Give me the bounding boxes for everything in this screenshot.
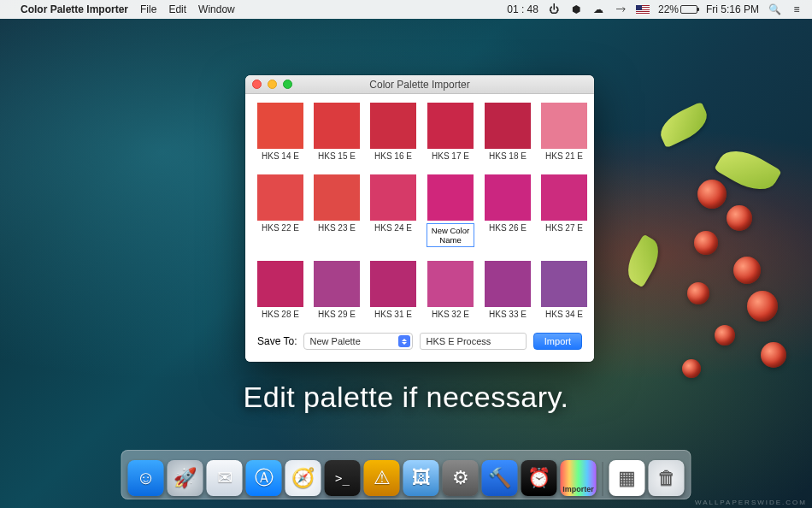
swatch-label: HKS 24 E	[374, 223, 412, 233]
dock-preview[interactable]: 🖼	[403, 460, 439, 496]
swatch-hks-23-e[interactable]: HKS 23 E	[314, 174, 360, 247]
swatch-hks-34-e[interactable]: HKS 34 E	[541, 261, 587, 319]
menu-window[interactable]: Window	[198, 3, 235, 15]
wallpaper-berries	[573, 103, 812, 411]
swatch-color[interactable]	[541, 103, 587, 149]
swatch-color[interactable]	[541, 174, 587, 221]
clock-text[interactable]: Fri 5:16 PM	[706, 3, 759, 15]
swatch-color[interactable]	[257, 103, 303, 149]
swatch-hks-25-e[interactable]: New Color Name	[427, 174, 474, 247]
dock-automator[interactable]: ⚙	[443, 460, 479, 496]
swatch-hks-32-e[interactable]: HKS 32 E	[427, 261, 474, 319]
swatch-label: HKS 29 E	[318, 310, 356, 319]
swatch-label: HKS 15 E	[318, 151, 356, 161]
dock-launchpad[interactable]: 🚀	[168, 460, 203, 496]
swatch-label: HKS 21 E	[545, 151, 583, 161]
save-to-value: New Palette	[309, 336, 360, 346]
swatch-hks-26-e[interactable]: HKS 26 E	[485, 174, 531, 247]
menubar: Color Palette Importer File Edit Window …	[0, 0, 812, 19]
swatch-color[interactable]	[541, 261, 587, 307]
swatch-label: HKS 26 E	[489, 223, 527, 233]
dock-appstore[interactable]: Ⓐ	[246, 460, 282, 496]
sync-icon[interactable]: ☁	[591, 3, 605, 16]
swatch-color[interactable]	[314, 174, 360, 221]
swatch-label: HKS 14 E	[262, 151, 299, 161]
swatch-hks-29-e[interactable]: HKS 29 E	[314, 261, 360, 319]
dropbox-icon[interactable]: ⬢	[569, 3, 583, 16]
swatch-color[interactable]	[370, 103, 416, 149]
swatch-color[interactable]	[314, 261, 360, 307]
desktop: Color Palette Importer File Edit Window …	[0, 0, 812, 508]
swatch-grid: HKS 14 EHKS 15 EHKS 16 EHKS 17 EHKS 18 E…	[245, 94, 594, 324]
swatch-color[interactable]	[370, 174, 416, 221]
swatch-color[interactable]	[427, 103, 474, 149]
battery-pct: 22%	[658, 3, 679, 15]
dock-console[interactable]: ⚠	[364, 460, 400, 496]
menu-edit[interactable]: Edit	[168, 3, 186, 15]
swatch-hks-28-e[interactable]: HKS 28 E	[257, 261, 303, 319]
spotlight-icon[interactable]: 🔍	[768, 3, 781, 16]
app-name[interactable]: Color Palette Importer	[21, 3, 128, 15]
swatch-color[interactable]	[257, 261, 303, 307]
swatch-label: HKS 28 E	[262, 310, 299, 319]
swatch-hks-18-e[interactable]: HKS 18 E	[485, 103, 531, 161]
swatch-label: HKS 18 E	[489, 151, 527, 161]
swatch-label: HKS 17 E	[432, 151, 469, 161]
swatch-label: HKS 32 E	[432, 310, 469, 319]
swatch-hks-27-e[interactable]: HKS 27 E	[541, 174, 587, 247]
dock-xcode[interactable]: 🔨	[482, 460, 518, 496]
minimize-button[interactable]	[268, 80, 277, 89]
swatch-hks-14-e[interactable]: HKS 14 E	[257, 103, 303, 161]
swatch-hks-17-e[interactable]: HKS 17 E	[427, 103, 474, 161]
select-arrows-icon	[398, 335, 410, 347]
battery-indicator[interactable]: 22%	[658, 3, 697, 15]
swatch-color[interactable]	[427, 261, 474, 307]
close-button[interactable]	[252, 80, 262, 89]
import-button[interactable]: Import	[533, 333, 582, 350]
titlebar[interactable]: Color Palette Importer	[245, 75, 594, 94]
palette-name-input[interactable]: HKS E Process	[420, 333, 526, 350]
dock-mail[interactable]: ✉	[207, 460, 243, 496]
swatch-hks-15-e[interactable]: HKS 15 E	[314, 103, 360, 161]
swatch-hks-24-e[interactable]: HKS 24 E	[370, 174, 416, 247]
window-footer: Save To: New Palette HKS E Process Impor…	[245, 324, 594, 362]
dock-safari[interactable]: 🧭	[285, 460, 321, 496]
swatch-label: HKS 22 E	[262, 223, 299, 233]
swatch-color[interactable]	[485, 261, 531, 307]
dock: ☺🚀✉Ⓐ🧭>_⚠🖼⚙🔨⏰Importer▦🗑	[121, 450, 691, 499]
swatch-hks-31-e[interactable]: HKS 31 E	[370, 261, 416, 319]
swatch-color[interactable]	[314, 103, 360, 149]
swatch-hks-21-e[interactable]: HKS 21 E	[541, 103, 587, 161]
swatch-hks-22-e[interactable]: HKS 22 E	[257, 174, 303, 247]
battery-icon	[680, 5, 697, 14]
dock-finder[interactable]: ☺	[128, 460, 164, 496]
swatch-label: HKS 23 E	[318, 223, 356, 233]
save-to-label: Save To:	[257, 335, 297, 347]
importer-window: Color Palette Importer HKS 14 EHKS 15 EH…	[245, 75, 594, 362]
swatch-color[interactable]	[257, 174, 303, 221]
swatch-hks-16-e[interactable]: HKS 16 E	[370, 103, 416, 161]
dock-digital-clock[interactable]: ⏰	[521, 460, 557, 496]
save-to-select[interactable]: New Palette	[303, 333, 413, 350]
swatch-hks-33-e[interactable]: HKS 33 E	[485, 261, 531, 319]
swatch-label: HKS 27 E	[545, 223, 583, 233]
caption-text: Edit palette if necessary.	[0, 381, 812, 414]
swatch-color[interactable]	[427, 174, 474, 221]
notifications-icon[interactable]: ≡	[790, 3, 803, 16]
swatch-color[interactable]	[485, 103, 531, 149]
dock-importer[interactable]: Importer	[561, 460, 597, 496]
dock-trash[interactable]: 🗑	[649, 460, 685, 496]
swatch-color[interactable]	[485, 174, 531, 221]
istats-clock[interactable]: 01 : 48	[507, 3, 538, 15]
swatch-label: HKS 16 E	[374, 151, 412, 161]
swatch-color[interactable]	[370, 261, 416, 307]
flag-icon[interactable]	[636, 3, 650, 16]
menu-file[interactable]: File	[140, 3, 156, 15]
wifi-icon[interactable]: 𐃘	[614, 3, 627, 16]
zoom-button[interactable]	[283, 80, 292, 89]
dock-appstore-doc[interactable]: ▦	[609, 460, 645, 496]
dock-terminal[interactable]: >_	[325, 460, 361, 496]
swatch-name-editor[interactable]: New Color Name	[427, 223, 474, 247]
power-icon[interactable]: ⏻	[547, 3, 561, 16]
dock-separator	[603, 462, 603, 496]
